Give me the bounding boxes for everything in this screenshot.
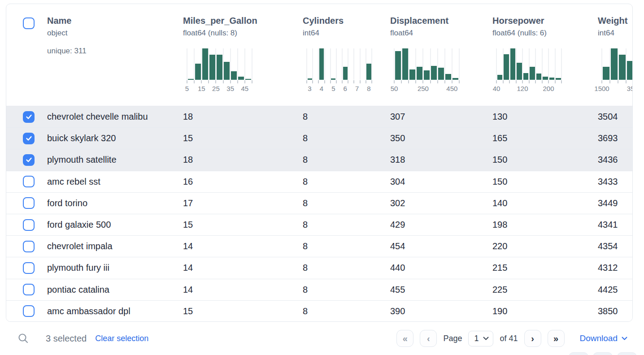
cell-name: plymouth satellite	[47, 155, 183, 165]
column-dtype: int64	[303, 29, 390, 38]
column-header-weight: Weight int64 15003500	[598, 4, 633, 106]
histogram-displacement: 50250450	[394, 48, 459, 92]
cell-weight: 4312	[598, 263, 632, 273]
hidden-button-3[interactable]	[617, 352, 637, 355]
cell-weight: 4425	[598, 285, 632, 295]
cell-displacement: 454	[390, 241, 492, 251]
histogram-miles-per-gallon: 515253545	[187, 48, 252, 92]
cell-displacement: 390	[390, 306, 492, 316]
cell-cylinders: 8	[303, 220, 390, 230]
cell-name: plymouth fury iii	[47, 263, 183, 273]
histogram-cylinders: 345678	[307, 48, 372, 92]
cell-horsepower: 150	[492, 177, 598, 187]
cell-weight: 3436	[598, 155, 632, 165]
row-checkbox[interactable]	[23, 154, 35, 166]
row-checkbox[interactable]	[23, 284, 35, 295]
cell-displacement: 440	[390, 263, 492, 273]
row-checkbox[interactable]	[23, 262, 35, 274]
cell-displacement: 350	[390, 133, 492, 143]
cell-name: pontiac catalina	[47, 285, 183, 295]
column-header-miles-per-gallon: Miles_per_Gallon float64 (nulls: 8) 5152…	[183, 4, 303, 106]
cell-miles-per-gallon: 15	[183, 133, 303, 143]
cell-horsepower: 140	[492, 198, 598, 208]
table-footer: 3 selected Clear selection « ‹ Page 1 of…	[6, 322, 638, 355]
row-select-cell	[6, 219, 47, 231]
row-checkbox[interactable]	[23, 111, 35, 123]
row-select-cell	[6, 133, 47, 144]
page-of-label: of 41	[500, 334, 518, 343]
cell-weight: 3449	[598, 198, 632, 208]
cell-name: ford galaxie 500	[47, 220, 183, 230]
cell-weight: 3693	[598, 133, 632, 143]
cell-cylinders: 8	[303, 177, 390, 187]
cell-horsepower: 165	[492, 133, 598, 143]
next-page-button[interactable]: ›	[524, 330, 541, 347]
cell-miles-per-gallon: 18	[183, 155, 303, 165]
column-header-displacement: Displacement float64 50250450	[390, 4, 492, 106]
cell-miles-per-gallon: 16	[183, 177, 303, 187]
cell-cylinders: 8	[303, 241, 390, 251]
chevron-down-icon	[622, 337, 627, 341]
cell-horsepower: 220	[492, 241, 598, 251]
last-page-button[interactable]: »	[548, 330, 565, 347]
cell-horsepower: 190	[492, 306, 598, 316]
histogram-weight: 15003500	[602, 48, 633, 92]
cell-horsepower: 150	[492, 155, 598, 165]
table-body: chevrolet chevelle malibu 18 8 307 130 3…	[6, 106, 632, 322]
table-row: plymouth satellite 18 8 318 150 3436	[6, 149, 632, 170]
row-checkbox[interactable]	[23, 219, 35, 231]
cell-cylinders: 8	[303, 133, 390, 143]
row-select-cell	[6, 241, 47, 252]
row-select-cell	[6, 284, 47, 295]
column-title: Cylinders	[303, 16, 390, 26]
cell-horsepower: 225	[492, 285, 598, 295]
cell-name: amc ambassador dpl	[47, 306, 183, 316]
column-dtype: float64 (nulls: 8)	[183, 29, 303, 38]
table-row: amc ambassador dpl 15 8 390 190 3850	[6, 300, 632, 322]
column-title: Horsepower	[492, 16, 598, 26]
cell-displacement: 455	[390, 285, 492, 295]
row-checkbox[interactable]	[23, 133, 35, 144]
hidden-button-1[interactable]	[569, 352, 588, 355]
row-select-cell	[6, 262, 47, 274]
table-row: pontiac catalina 14 8 455 225 4425	[6, 279, 632, 300]
cell-displacement: 304	[390, 177, 492, 187]
table-row: chevrolet impala 14 8 454 220 4354	[6, 235, 632, 257]
row-checkbox[interactable]	[23, 241, 35, 252]
cell-horsepower: 130	[492, 112, 598, 122]
clear-selection-link[interactable]: Clear selection	[95, 334, 148, 343]
download-menu[interactable]: Download	[580, 333, 628, 343]
cell-horsepower: 198	[492, 220, 598, 230]
cell-miles-per-gallon: 17	[183, 198, 303, 208]
table-row: amc rebel sst 16 8 304 150 3433	[6, 171, 632, 192]
cell-miles-per-gallon: 15	[183, 306, 303, 316]
last-page-icon: »	[553, 333, 558, 344]
cell-cylinders: 8	[303, 112, 390, 122]
cell-cylinders: 8	[303, 263, 390, 273]
row-checkbox[interactable]	[23, 305, 35, 317]
prev-page-button[interactable]: ‹	[420, 330, 437, 347]
page-select-value: 1	[474, 334, 479, 343]
first-page-button[interactable]: «	[396, 330, 413, 347]
column-header-name: Name object unique: 311	[47, 4, 183, 106]
header-select-cell	[6, 4, 47, 106]
cell-displacement: 307	[390, 112, 492, 122]
hidden-button-2[interactable]	[593, 352, 613, 355]
histogram-horsepower: 40120200	[496, 48, 561, 92]
search-icon[interactable]	[17, 333, 29, 344]
cell-name: chevrolet impala	[47, 241, 183, 251]
next-page-icon: ›	[531, 333, 534, 344]
row-checkbox[interactable]	[23, 176, 35, 187]
cell-displacement: 302	[390, 198, 492, 208]
column-header-cylinders: Cylinders int64 345678	[303, 4, 390, 106]
row-checkbox[interactable]	[23, 197, 35, 209]
table-row: buick skylark 320 15 8 350 165 3693	[6, 127, 632, 149]
cell-miles-per-gallon: 15	[183, 220, 303, 230]
cell-name: buick skylark 320	[47, 133, 183, 143]
download-label: Download	[580, 333, 618, 343]
page-number-select[interactable]: 1	[468, 331, 493, 346]
select-all-checkbox[interactable]	[23, 17, 35, 29]
table-header-row: Name object unique: 311 Miles_per_Gallon…	[6, 4, 632, 106]
column-title: Miles_per_Gallon	[183, 16, 303, 26]
cell-weight: 4354	[598, 241, 632, 251]
